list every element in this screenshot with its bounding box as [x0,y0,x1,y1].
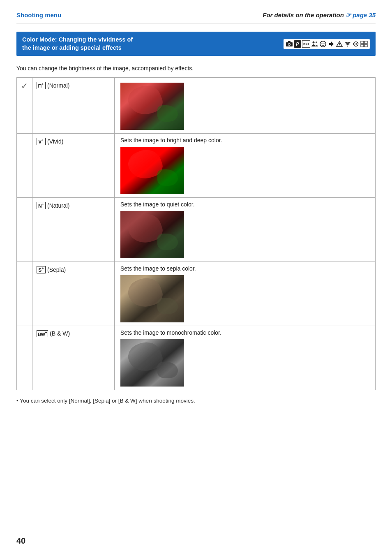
shooting-menu-label: Shooting menu [16,12,61,19]
normal-mode-name: (Normal) [47,82,69,89]
arrow-icon [327,40,335,48]
svg-point-12 [347,45,348,46]
check-cell-bw [17,326,32,390]
sepia-mode-name: (Sepia) [47,266,66,273]
persons-icon [311,40,318,48]
face-icon [319,40,327,48]
natural-mode-icon: N+ [37,202,46,209]
header-right-text: For details on the operation ☞ page 35 [263,12,376,19]
intro-text: You can change the brightness of the ima… [16,65,376,72]
bw-description: Sets the image to monochromatic color. [120,329,369,336]
svg-point-5 [316,42,317,43]
triangle-icon [336,40,343,48]
sepia-flower-image [120,275,184,322]
svg-point-3 [288,44,290,45]
svg-rect-18 [364,44,367,47]
table-row: BW+ (B & W) Sets the image to monochroma… [17,326,376,390]
mode-label-bw: BW+ (B & W) [32,326,115,390]
vivid-mode-name: (Vivid) [47,138,63,145]
svg-point-11 [339,45,340,46]
natural-flower-image [120,211,184,258]
svg-point-8 [324,43,325,44]
page-number: 40 [16,536,25,546]
svg-rect-15 [361,41,364,44]
normal-flower-image [120,83,184,130]
svg-rect-17 [361,44,364,47]
natural-description: Sets the image to quiet color. [120,201,369,208]
title-icons: P ISO [284,39,370,49]
svg-point-13 [354,42,358,46]
title-banner-text: Color Mode: Changing the vividness of th… [22,36,133,52]
vivid-description: Sets the image to bright and deep color. [120,137,369,144]
mode-label-natural: N+ (Natural) [32,198,115,262]
vivid-mode-icon: V+ [37,138,46,145]
sepia-content: Sets the image to sepia color. [115,262,376,326]
wifi-icon [344,40,351,48]
natural-mode-name: (Natural) [47,202,69,209]
sepia-mode-icon: S+ [37,266,46,273]
bw-content: Sets the image to monochromatic color. [115,326,376,390]
circle-icon [352,40,360,48]
svg-point-7 [322,43,323,44]
title-banner: Color Mode: Changing the vividness of th… [16,32,376,56]
table-row: ✓ ⊓+ (Normal) [17,78,376,134]
checkmark-icon: ✓ [21,81,28,90]
bw-mode-icon: BW+ [37,330,48,337]
p-mode-icon: P [294,40,301,48]
mode-label-sepia: S+ (Sepia) [32,262,115,326]
table-row: V+ (Vivid) Sets the image to bright and … [17,134,376,198]
check-cell-natural [17,198,32,262]
camera-icon [286,40,293,48]
bw-flower-image [120,339,184,387]
mode-label-vivid: V+ (Vivid) [32,134,115,198]
vivid-content: Sets the image to bright and deep color. [115,134,376,198]
check-cell-normal: ✓ [17,78,32,134]
grid-icon [360,40,368,48]
normal-content [115,78,376,134]
check-cell-sepia [17,262,32,326]
svg-rect-16 [364,41,367,44]
color-mode-table: ✓ ⊓+ (Normal) V+ (Vivid) [16,77,376,390]
bw-mode-name: (B & W) [50,330,70,337]
sepia-description: Sets the image to sepia color. [120,265,369,272]
natural-content: Sets the image to quiet color. [115,198,376,262]
svg-point-4 [313,41,315,43]
mode-label-normal: ⊓+ (Normal) [32,78,115,134]
table-row: N+ (Natural) Sets the image to quiet col… [17,198,376,262]
svg-rect-1 [288,41,291,43]
check-cell-vivid [17,134,32,198]
svg-point-6 [320,41,326,47]
vivid-flower-image [120,147,184,194]
footer-note: • You can select only [Normal], [Sepia] … [16,398,376,404]
normal-mode-icon: ⊓+ [37,82,46,89]
svg-point-14 [355,43,357,45]
iso-icon: ISO [302,40,310,48]
header-divider [16,23,376,23]
page-header: Shooting menu For details on the operati… [0,0,392,23]
table-row: S+ (Sepia) Sets the image to sepia color… [17,262,376,326]
